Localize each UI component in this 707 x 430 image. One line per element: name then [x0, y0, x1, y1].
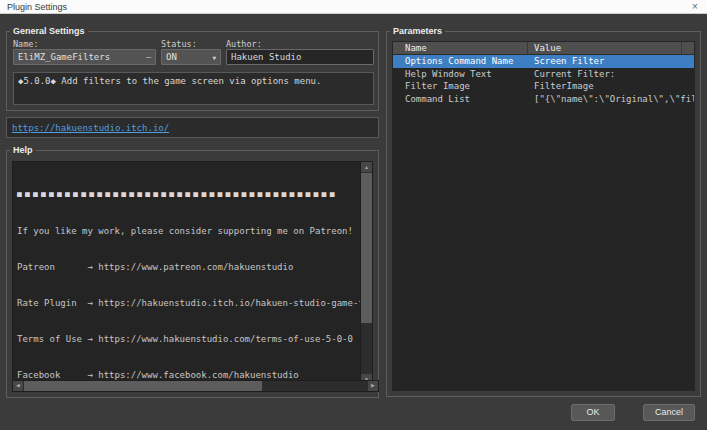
- author-value: Hakuen Studio: [231, 52, 301, 62]
- author-field[interactable]: Hakuen Studio: [226, 49, 374, 65]
- cancel-button[interactable]: Cancel: [643, 404, 695, 421]
- plugin-url-box: https://hakuenstudio.itch.io/: [6, 117, 379, 138]
- parameter-value: Current Filter:: [528, 68, 694, 81]
- parameter-name: Command List: [393, 93, 528, 106]
- parameter-name: Filter Image: [393, 80, 528, 93]
- parameter-row-filter-image[interactable]: Filter Image FilterImage: [393, 80, 694, 93]
- help-line: Patreon → https://www.patreon.com/hakuen…: [17, 261, 356, 273]
- parameter-value: ["{\"name\":\"Original\",\"filte--: [528, 93, 694, 106]
- parameters-title: Parameters: [390, 26, 445, 36]
- chevron-down-icon: ▼: [212, 54, 216, 61]
- help-title: Help: [10, 145, 36, 155]
- plugin-name-combo[interactable]: EliMZ_GameFilters —: [13, 49, 156, 65]
- parameters-table-header: Name Value: [393, 42, 694, 55]
- status-label: Status:: [161, 39, 197, 49]
- help-text: ■■■■■■■■■■■■■■■■■■■■■■■■■■■■■■■■■■■■■■■■…: [13, 162, 360, 385]
- help-line: If you like my work, please consider sup…: [17, 225, 356, 237]
- help-line: Rate Plugin → https://hakuenstudio.itch.…: [17, 297, 356, 309]
- vertical-scrollbar-thumb[interactable]: [361, 173, 372, 323]
- parameter-value: FilterImage: [528, 80, 694, 93]
- horizontal-scrollbar-thumb[interactable]: [24, 381, 262, 391]
- name-combo-indicator: —: [146, 53, 151, 62]
- parameters-group: Parameters Name Value Options Command Na…: [386, 31, 701, 397]
- scroll-left-icon[interactable]: ◀: [13, 381, 23, 391]
- general-settings-group: General Settings Name: Status: Author: E…: [6, 31, 379, 111]
- ok-button[interactable]: OK: [571, 404, 615, 421]
- help-vertical-scrollbar[interactable]: ▲ ▼: [360, 161, 373, 385]
- parameter-value: Screen Filter: [528, 55, 694, 68]
- plugin-settings-dialog: { "window": { "title": "Plugin Settings"…: [0, 0, 707, 430]
- parameter-name: Options Command Name: [393, 55, 528, 68]
- status-combo[interactable]: ON ▼: [161, 49, 221, 65]
- parameter-row-command-list[interactable]: Command List ["{\"name\":\"Original\",\"…: [393, 93, 694, 106]
- help-horizontal-scrollbar[interactable]: ◀ ▶: [12, 380, 379, 392]
- plugin-description: ◆5.0.0◆ Add filters to the game screen v…: [13, 72, 374, 105]
- general-settings-title: General Settings: [10, 26, 88, 36]
- status-value: ON: [166, 52, 177, 62]
- scroll-up-icon[interactable]: ▲: [361, 162, 372, 172]
- help-text-viewport: ■■■■■■■■■■■■■■■■■■■■■■■■■■■■■■■■■■■■■■■■…: [12, 161, 361, 385]
- plugin-url-link[interactable]: https://hakuenstudio.itch.io/: [12, 123, 169, 133]
- column-header-value: Value: [528, 42, 682, 54]
- column-header-name: Name: [393, 42, 528, 54]
- column-header-gutter: [682, 42, 694, 54]
- help-group: Help ■■■■■■■■■■■■■■■■■■■■■■■■■■■■■■■■■■■…: [6, 150, 379, 398]
- close-icon[interactable]: ×: [689, 1, 701, 13]
- author-label: Author:: [226, 39, 262, 49]
- plugin-name-value: EliMZ_GameFilters: [18, 52, 110, 62]
- help-line: Terms of Use → https://www.hakuenstudio.…: [17, 333, 356, 345]
- parameters-table-empty-area: [393, 105, 694, 390]
- scroll-right-icon[interactable]: ▶: [368, 381, 378, 391]
- parameter-name: Help Window Text: [393, 68, 528, 81]
- parameter-row-options-command-name[interactable]: Options Command Name Screen Filter: [393, 55, 694, 68]
- titlebar: Plugin Settings ×: [0, 0, 707, 14]
- help-line: ■■■■■■■■■■■■■■■■■■■■■■■■■■■■■■■■■■■■■■■■: [17, 189, 356, 201]
- window-title: Plugin Settings: [0, 2, 67, 12]
- name-label: Name:: [13, 39, 39, 49]
- parameters-table: Name Value Options Command Name Screen F…: [392, 41, 695, 391]
- parameter-row-help-window-text[interactable]: Help Window Text Current Filter:: [393, 68, 694, 81]
